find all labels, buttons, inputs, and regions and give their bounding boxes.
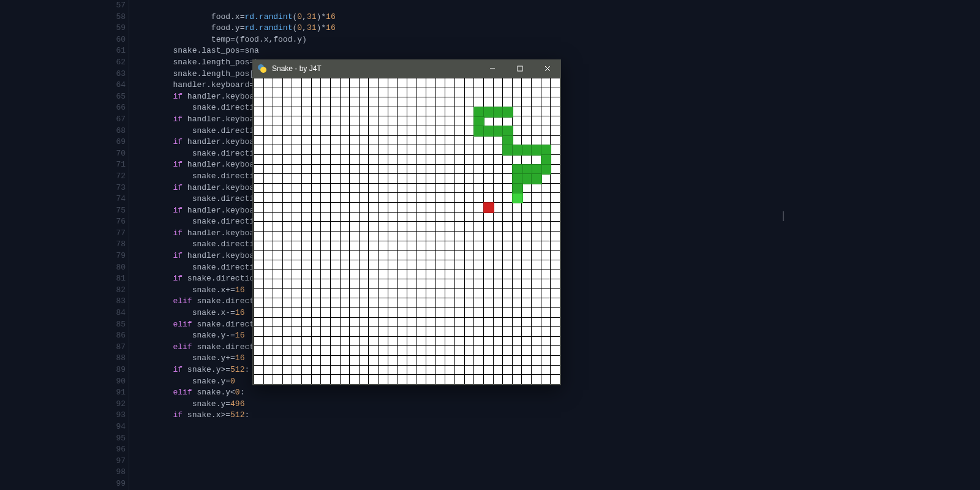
- snake-head-cell: [512, 193, 523, 204]
- text-cursor: [783, 211, 783, 221]
- grid-overlay: [254, 78, 560, 384]
- maximize-button[interactable]: [506, 59, 533, 78]
- snake-body-cell: [541, 164, 552, 175]
- window-controls: [478, 59, 561, 78]
- food-cell: [483, 202, 494, 213]
- window-title: Snake - by J4T: [272, 64, 478, 73]
- close-button[interactable]: [533, 59, 561, 78]
- svg-point-1: [260, 67, 266, 73]
- titlebar[interactable]: Snake - by J4T: [252, 59, 561, 78]
- minimize-button[interactable]: [478, 59, 506, 78]
- snake-body-cell: [531, 173, 542, 184]
- python-icon: [257, 64, 267, 74]
- game-canvas[interactable]: [254, 78, 560, 384]
- game-window[interactable]: Snake - by J4T: [252, 59, 561, 385]
- snake-body-cell: [502, 107, 513, 118]
- svg-rect-3: [518, 66, 522, 71]
- line-numbers: 57 58 59 60 61 62 63 64 65 66 67 68 69 7…: [101, 0, 126, 490]
